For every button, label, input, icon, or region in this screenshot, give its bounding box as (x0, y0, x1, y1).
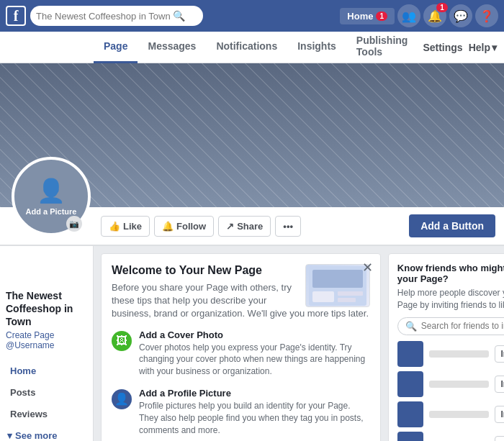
search-icon: 🔍 (173, 10, 185, 22)
main-layout: The Newest Coffeeshop in Town Create Pag… (0, 246, 504, 441)
share-icon: ↗ (226, 221, 234, 232)
home-button[interactable]: Home 1 (340, 8, 395, 24)
invite-button-4[interactable]: Invite (495, 436, 504, 441)
friend-search-input[interactable] (421, 321, 504, 331)
sidebar-item-posts[interactable]: Posts (3, 382, 90, 403)
tab-page[interactable]: Page (94, 32, 138, 63)
camera-icon: 📷 (69, 219, 79, 229)
follow-button[interactable]: 🔔 Follow (154, 216, 214, 237)
content-area: ✕ Welcome to Your New Page (94, 246, 504, 441)
left-sidebar: The Newest Coffeeshop in Town Create Pag… (0, 246, 94, 441)
friend-name-3 (429, 411, 489, 418)
search-input[interactable] (36, 11, 173, 22)
question-icon: ❓ (480, 9, 494, 23)
tab-notifications[interactable]: Notifications (206, 32, 287, 63)
camera-icon-button[interactable]: 📷 (66, 216, 82, 232)
welcome-preview-image (305, 264, 370, 307)
friends-icon: 👥 (402, 9, 416, 23)
invite-button-3[interactable]: Invite (495, 406, 504, 423)
invite-button-2[interactable]: Invite (495, 376, 504, 393)
svg-rect-1 (312, 270, 363, 288)
friend-name-1 (429, 350, 489, 358)
add-picture-label: Add a Picture (26, 207, 77, 216)
person-icon: 👤 (37, 177, 66, 204)
like-button[interactable]: 👍 Like (101, 216, 150, 237)
friend-avatar-3 (397, 401, 423, 427)
friends-icon-button[interactable]: 👥 (397, 4, 420, 27)
tip-cover-title: Add a Cover Photo (139, 329, 370, 340)
friend-search-bar[interactable]: 🔍 (397, 317, 504, 335)
friend-invite-title: Know friends who might like your Page? (397, 263, 504, 284)
friend-avatar-4 (397, 432, 423, 441)
chevron-down-icon: ▾ (7, 430, 12, 441)
tip-profile-picture: 👤 Add a Profile Picture Profile pictures… (112, 388, 370, 436)
help-icon-button[interactable]: ❓ (475, 4, 498, 27)
friend-invite-card: Know friends who might like your Page? H… (388, 253, 504, 441)
thumbs-up-icon: 👍 (109, 221, 120, 232)
svg-rect-4 (338, 298, 356, 302)
chevron-down-icon: ▾ (492, 42, 497, 53)
more-button[interactable]: ••• (275, 216, 301, 237)
close-button[interactable]: ✕ (362, 260, 373, 276)
friend-row-3: Invite (397, 401, 504, 427)
friend-invite-desc: Help more people discover your Page by i… (397, 287, 504, 312)
tip-profile-text: Profile pictures help you build an ident… (139, 400, 370, 436)
add-button-cta[interactable]: Add a Button (409, 214, 495, 237)
svg-rect-3 (338, 291, 363, 296)
search-icon: 🔍 (405, 321, 417, 332)
follow-icon: 🔔 (162, 221, 174, 232)
messages-icon-button[interactable]: 💬 (449, 4, 472, 27)
page-nav: Page Messages Notifications Insights Pub… (0, 32, 504, 63)
home-badge: 1 (376, 12, 387, 21)
invite-button-1[interactable]: Invite (495, 345, 504, 363)
help-button[interactable]: Help ▾ (469, 42, 497, 53)
search-bar[interactable]: 🔍 (30, 6, 203, 26)
friend-row-4: Invite (397, 432, 504, 441)
sidebar-nav: Home Posts Reviews ▾ See more (0, 360, 93, 441)
message-icon: 💬 (454, 9, 468, 23)
sidebar-item-reviews[interactable]: Reviews (3, 404, 90, 424)
top-nav: f 🔍 Home 1 👥 🔔 1 💬 ❓ (0, 0, 504, 32)
sidebar-see-more[interactable]: ▾ See more (0, 425, 93, 441)
left-column: ✕ Welcome to Your New Page (101, 253, 381, 441)
tip-cover-text: Cover photos help you express your Page'… (139, 342, 370, 378)
svg-rect-2 (312, 291, 334, 302)
sidebar-item-home[interactable]: Home (3, 360, 90, 381)
fb-logo[interactable]: f (6, 6, 26, 26)
friend-row-2: Invite (397, 371, 504, 397)
friend-name-2 (429, 381, 489, 388)
tip-cover-icon: 🖼 (112, 331, 132, 351)
top-nav-right: Home 1 👥 🔔 1 💬 ❓ (340, 4, 498, 27)
cover-photo: 👤 Add a Picture 📷 (0, 63, 504, 207)
right-column: Know friends who might like your Page? H… (388, 253, 504, 441)
friend-avatar-1 (397, 341, 423, 367)
friend-avatar-2 (397, 371, 423, 397)
settings-button[interactable]: Settings (423, 42, 462, 53)
tab-messages[interactable]: Messages (138, 32, 206, 63)
tip-cover-photo: 🖼 Add a Cover Photo Cover photos help yo… (112, 329, 370, 378)
notifications-icon-button[interactable]: 🔔 1 (423, 4, 446, 27)
page-name: The Newest Coffeeshop in Town (6, 289, 87, 329)
friend-row-1: Invite (397, 341, 504, 367)
profile-picture[interactable]: 👤 Add a Picture 📷 (12, 157, 91, 236)
tab-publishing-tools[interactable]: Publishing Tools (346, 32, 423, 63)
page-username[interactable]: Create Page @Username (6, 330, 87, 350)
page-nav-right: Settings Help ▾ (423, 42, 504, 53)
tip-profile-icon: 👤 (112, 389, 132, 409)
tip-profile-title: Add a Profile Picture (139, 388, 370, 399)
tab-insights[interactable]: Insights (287, 32, 346, 63)
notifications-badge: 1 (436, 3, 448, 12)
page-name-area: The Newest Coffeeshop in Town Create Pag… (0, 282, 93, 355)
share-button[interactable]: ↗ Share (218, 216, 271, 237)
welcome-card: ✕ Welcome to Your New Page (101, 253, 381, 441)
right-content: ✕ Welcome to Your New Page (94, 246, 504, 441)
